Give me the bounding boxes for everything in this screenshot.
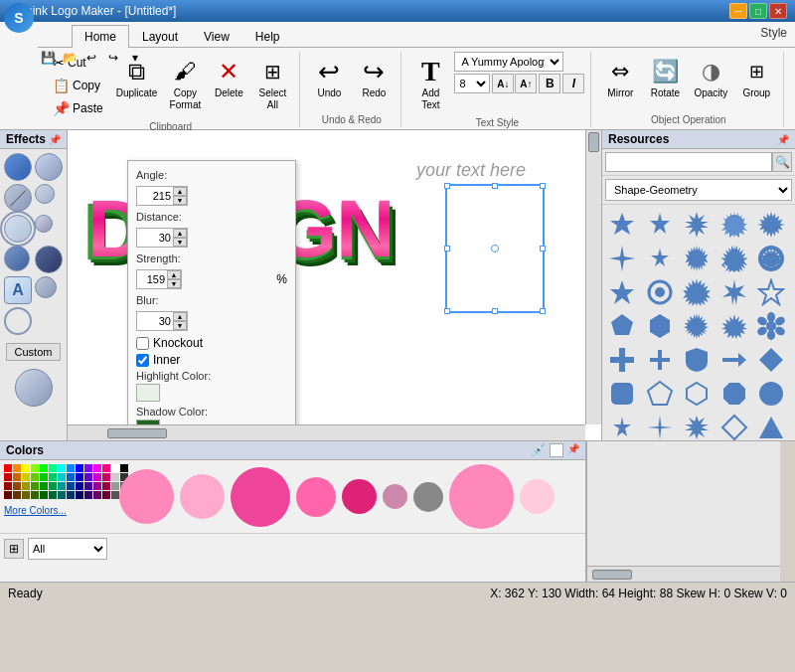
title-bar-controls[interactable]: ─ □ ✕ [729, 3, 787, 19]
font-name-select[interactable]: A Yummy Apology [454, 52, 563, 72]
shape-pentagon2[interactable] [644, 378, 676, 410]
effect-btn-4[interactable] [35, 184, 55, 204]
color-swatch[interactable] [4, 473, 12, 481]
shape-outline-star[interactable] [755, 276, 787, 308]
handle-bm[interactable] [492, 308, 498, 314]
copy-button[interactable]: 📋 Copy [48, 75, 108, 96]
filter-select[interactable]: All [28, 538, 107, 560]
color-swatch[interactable] [22, 491, 30, 499]
tab-layout[interactable]: Layout [129, 25, 191, 48]
effect-btn-1[interactable] [4, 153, 32, 181]
color-swatch[interactable] [67, 473, 75, 481]
mirror-button[interactable]: ⇔ Mirror [599, 52, 641, 103]
color-circle-2[interactable] [231, 467, 290, 527]
shape-hexagon[interactable] [644, 310, 676, 342]
bold-button[interactable]: B [539, 74, 560, 93]
app-logo[interactable]: S [4, 3, 34, 33]
color-swatch[interactable] [111, 473, 119, 481]
rotate-button[interactable]: 🔄 Rotate [644, 52, 686, 103]
color-swatch[interactable] [67, 464, 75, 472]
color-swatch[interactable] [22, 473, 30, 481]
shape-star12[interactable] [755, 209, 787, 241]
inner-checkbox[interactable] [136, 354, 149, 367]
effect-btn-11[interactable] [35, 307, 63, 335]
shape-plus[interactable] [644, 344, 676, 376]
opacity-button[interactable]: ◑ Opacity [689, 52, 732, 103]
shape-ring2[interactable] [644, 276, 676, 308]
color-swatch[interactable] [31, 491, 39, 499]
shape-burst3[interactable] [681, 276, 713, 308]
shape-diamond2[interactable] [718, 412, 750, 440]
handle-mr[interactable] [540, 246, 546, 252]
color-circle-0[interactable] [119, 469, 174, 524]
canvas-area[interactable]: your text here DESIGN DESIGN [68, 130, 601, 440]
angle-down-btn[interactable]: ▼ [173, 196, 187, 205]
shape-starsm2[interactable] [606, 412, 638, 440]
handle-bl[interactable] [444, 308, 450, 314]
minimize-button[interactable]: ─ [729, 3, 747, 19]
effect-btn-6[interactable] [35, 215, 53, 233]
color-swatch[interactable] [102, 473, 110, 481]
color-swatch[interactable] [58, 482, 66, 490]
color-swatch[interactable] [111, 482, 119, 490]
color-swatch[interactable] [22, 482, 30, 490]
color-swatch[interactable] [58, 464, 66, 472]
qa-save-button[interactable]: 💾 [38, 48, 58, 68]
strength-up-btn[interactable]: ▲ [167, 270, 181, 279]
color-swatch[interactable] [67, 482, 75, 490]
color-swatch[interactable] [76, 491, 83, 499]
shape-pentagon[interactable] [606, 310, 638, 342]
color-swatch[interactable] [84, 473, 92, 481]
resources-scrollbar-h[interactable] [587, 566, 780, 582]
color-circle-8[interactable] [520, 479, 555, 514]
handle-br[interactable] [540, 308, 546, 314]
strength-down-btn[interactable]: ▼ [167, 279, 181, 288]
highlight-color-swatch[interactable] [136, 384, 160, 402]
white-swatch-icon[interactable] [550, 443, 563, 457]
color-swatch[interactable] [84, 482, 92, 490]
qa-dropdown-button[interactable]: ▾ [125, 48, 145, 68]
handle-tm[interactable] [492, 183, 498, 189]
group-button[interactable]: ⊞ Group [735, 52, 777, 103]
shape-arrow[interactable] [718, 344, 750, 376]
search-input-area[interactable] [605, 152, 772, 172]
search-button[interactable]: 🔍 [772, 152, 792, 172]
color-swatch[interactable] [111, 464, 119, 472]
qa-open-button[interactable]: 📂 [60, 48, 80, 68]
color-swatch[interactable] [4, 482, 12, 490]
italic-button[interactable]: I [562, 74, 584, 93]
color-swatch[interactable] [93, 491, 101, 499]
effect-btn-2[interactable] [35, 153, 63, 181]
color-swatch[interactable] [67, 491, 75, 499]
color-swatch[interactable] [31, 464, 39, 472]
shape-shield[interactable] [681, 344, 713, 376]
shape-ring1[interactable] [755, 243, 787, 274]
tab-home[interactable]: Home [72, 25, 129, 48]
shape-rounded-sq[interactable] [606, 378, 638, 410]
qa-undo-button[interactable]: ↩ [81, 48, 101, 68]
color-swatch[interactable] [111, 491, 119, 499]
maximize-button[interactable]: □ [749, 3, 767, 19]
shape-star6pt2[interactable] [681, 412, 713, 440]
shape-burst4[interactable] [718, 310, 750, 342]
distance-input[interactable] [137, 229, 173, 247]
scrollbar-thumb-h[interactable] [107, 428, 167, 438]
shape-circle[interactable] [755, 378, 787, 410]
effect-btn-10[interactable] [4, 307, 32, 335]
grid-view-button[interactable]: ⊞ [4, 539, 24, 559]
shape-filled-star[interactable] [606, 276, 638, 308]
color-circle-6[interactable] [413, 482, 443, 512]
tab-view[interactable]: View [191, 25, 242, 48]
redo-button[interactable]: ↪ Redo [353, 52, 395, 103]
tab-help[interactable]: Help [242, 25, 293, 48]
shape-hexagon2[interactable] [681, 378, 713, 410]
color-circle-5[interactable] [383, 484, 407, 509]
handle-tl[interactable] [444, 183, 450, 189]
color-swatch[interactable] [49, 464, 57, 472]
color-swatch[interactable] [102, 491, 110, 499]
color-swatch[interactable] [13, 473, 21, 481]
blur-up-btn[interactable]: ▲ [173, 312, 187, 321]
add-text-button[interactable]: T AddText [409, 52, 451, 115]
distance-up-btn[interactable]: ▲ [173, 229, 187, 238]
color-swatch[interactable] [58, 491, 66, 499]
